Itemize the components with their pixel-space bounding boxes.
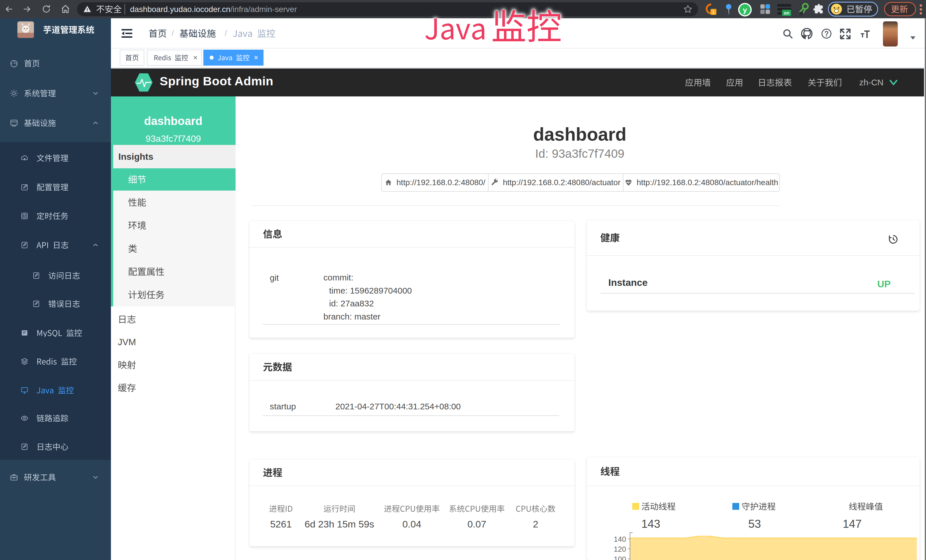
svg-text:y: y	[743, 6, 747, 14]
svg-text:1: 1	[712, 9, 715, 15]
svg-text:on: on	[784, 11, 790, 15]
